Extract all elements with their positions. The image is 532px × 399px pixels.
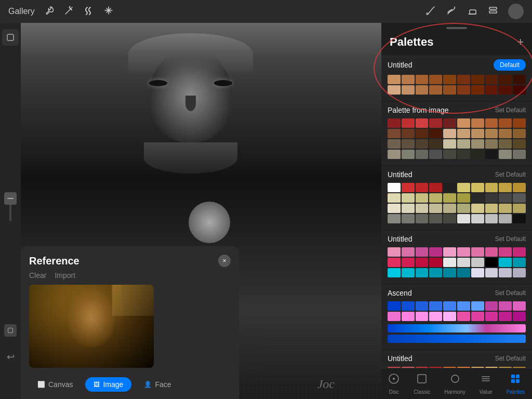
- color-swatch[interactable]: [416, 193, 429, 203]
- color-swatch[interactable]: [471, 139, 484, 149]
- color-swatch[interactable]: [416, 85, 429, 95]
- color-swatch[interactable]: [388, 301, 401, 311]
- color-swatch[interactable]: [402, 301, 415, 311]
- reference-close-button[interactable]: ×: [218, 255, 231, 267]
- color-swatch[interactable]: [443, 301, 456, 311]
- color-swatch[interactable]: [457, 247, 470, 257]
- color-swatch[interactable]: [402, 129, 415, 138]
- color-swatch[interactable]: [429, 193, 442, 203]
- modifier-button[interactable]: [4, 324, 17, 337]
- color-swatch[interactable]: [388, 247, 401, 257]
- color-swatch[interactable]: [485, 150, 498, 159]
- eraser-icon[interactable]: [467, 5, 478, 19]
- color-swatch[interactable]: [443, 258, 456, 267]
- color-swatch[interactable]: [513, 214, 526, 223]
- avatar[interactable]: [508, 4, 524, 19]
- color-swatch[interactable]: [471, 268, 484, 277]
- clear-button[interactable]: Clear: [29, 271, 46, 280]
- color-swatch[interactable]: [513, 75, 526, 84]
- color-swatch[interactable]: [443, 150, 456, 159]
- color-swatch[interactable]: [416, 75, 429, 84]
- color-swatch[interactable]: [416, 150, 429, 159]
- color-swatch[interactable]: [471, 75, 484, 84]
- color-swatch[interactable]: [513, 193, 526, 203]
- color-swatch[interactable]: [443, 183, 456, 192]
- color-swatch[interactable]: [443, 139, 456, 149]
- color-swatch[interactable]: [388, 129, 401, 138]
- color-swatch[interactable]: [429, 150, 442, 159]
- color-swatch[interactable]: [402, 204, 415, 213]
- color-swatch[interactable]: [388, 214, 401, 223]
- drag-handle[interactable]: [446, 27, 467, 29]
- color-swatch[interactable]: [429, 268, 442, 277]
- color-swatch[interactable]: [402, 75, 415, 84]
- color-swatch[interactable]: [457, 301, 470, 311]
- color-swatch[interactable]: [499, 268, 512, 277]
- color-swatch[interactable]: [388, 312, 401, 321]
- face-tab[interactable]: 👤 Face: [136, 377, 179, 392]
- set-default-5[interactable]: Set Default: [495, 355, 526, 362]
- value-tool[interactable]: Value: [480, 373, 493, 395]
- color-swatch[interactable]: [402, 193, 415, 203]
- classic-tool[interactable]: Classic: [414, 373, 430, 395]
- color-swatch[interactable]: [416, 312, 429, 321]
- color-swatch[interactable]: [429, 75, 442, 84]
- color-swatch[interactable]: [388, 118, 401, 128]
- color-swatch[interactable]: [499, 312, 512, 321]
- color-swatch[interactable]: [513, 118, 526, 128]
- color-swatch[interactable]: [388, 258, 401, 267]
- color-swatch[interactable]: [513, 268, 526, 277]
- color-swatch[interactable]: [471, 118, 484, 128]
- color-swatch[interactable]: [499, 129, 512, 138]
- set-default-2[interactable]: Set Default: [495, 171, 526, 178]
- color-swatch[interactable]: [402, 183, 415, 192]
- color-swatch[interactable]: [471, 183, 484, 192]
- color-swatch[interactable]: [513, 183, 526, 192]
- color-swatch[interactable]: [485, 214, 498, 223]
- undo-button[interactable]: ↩: [7, 351, 15, 363]
- color-swatch[interactable]: [457, 193, 470, 203]
- color-swatch[interactable]: [429, 129, 442, 138]
- color-swatch[interactable]: [485, 247, 498, 257]
- color-swatch[interactable]: [402, 118, 415, 128]
- color-swatch[interactable]: [402, 247, 415, 257]
- color-swatch[interactable]: [499, 75, 512, 84]
- color-swatch[interactable]: [471, 129, 484, 138]
- color-swatch[interactable]: [388, 85, 401, 95]
- color-swatch[interactable]: [485, 139, 498, 149]
- disc-tool[interactable]: Disc: [388, 373, 400, 395]
- color-swatch[interactable]: [499, 150, 512, 159]
- color-swatch[interactable]: [513, 139, 526, 149]
- color-swatch[interactable]: [485, 75, 498, 84]
- color-swatch[interactable]: [457, 118, 470, 128]
- color-swatch[interactable]: [416, 214, 429, 223]
- color-swatch[interactable]: [429, 139, 442, 149]
- color-swatch[interactable]: [443, 193, 456, 203]
- color-swatch[interactable]: [402, 258, 415, 267]
- color-swatch[interactable]: [402, 214, 415, 223]
- smudge-icon[interactable]: [84, 5, 94, 18]
- default-button[interactable]: Default: [494, 59, 526, 71]
- color-swatch[interactable]: [443, 214, 456, 223]
- color-swatch[interactable]: [457, 258, 470, 267]
- transform-icon[interactable]: [103, 5, 114, 18]
- color-swatch[interactable]: [499, 258, 512, 267]
- color-swatch[interactable]: [457, 150, 470, 159]
- color-swatch[interactable]: [429, 301, 442, 311]
- color-swatch[interactable]: [499, 183, 512, 192]
- color-swatch[interactable]: [513, 204, 526, 213]
- color-swatch[interactable]: [457, 139, 470, 149]
- wrench-icon[interactable]: [44, 5, 55, 18]
- color-swatch[interactable]: [443, 85, 456, 95]
- color-swatch[interactable]: [485, 183, 498, 192]
- color-swatch[interactable]: [443, 75, 456, 84]
- brush-icon[interactable]: [425, 5, 436, 19]
- magic-wand-icon[interactable]: [64, 5, 74, 18]
- import-button[interactable]: Import: [55, 271, 75, 280]
- color-swatch[interactable]: [416, 139, 429, 149]
- color-swatch[interactable]: [416, 247, 429, 257]
- color-swatch[interactable]: [457, 268, 470, 277]
- color-swatch[interactable]: [457, 75, 470, 84]
- layers-icon[interactable]: [487, 5, 499, 19]
- add-palette-button[interactable]: +: [517, 35, 524, 49]
